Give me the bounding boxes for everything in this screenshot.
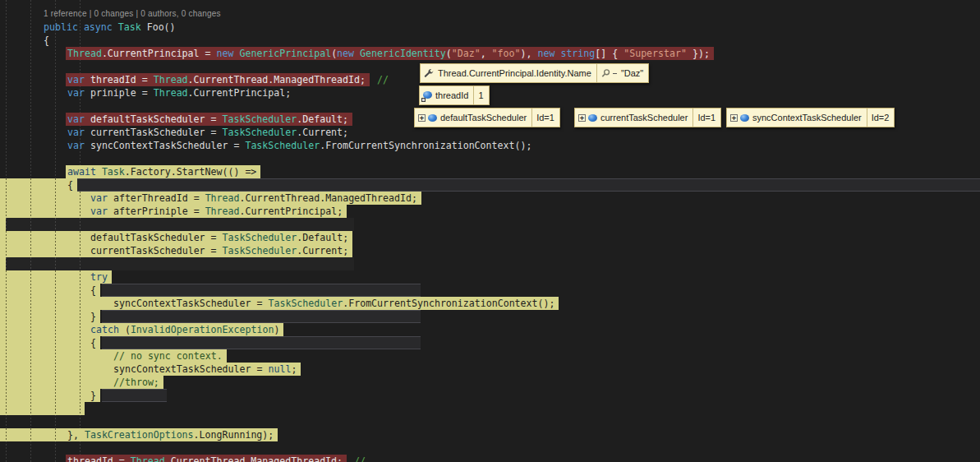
code-line[interactable]: var syncContextTaskScheduler = TaskSched… (0, 139, 980, 152)
code-text[interactable]: threadId = Thread.CurrentThread.ManagedT… (66, 455, 347, 462)
code-line[interactable]: }, TaskCreationOptions.LongRunning); (0, 428, 980, 441)
code-text[interactable]: var afterPriniple = Thread.CurrentPrinci… (89, 205, 347, 218)
highlight-margin-bar (0, 178, 66, 192)
code-line[interactable] (0, 415, 980, 428)
datatip-defaulttaskscheduler[interactable]: + defaultTaskScheduler Id=1 (414, 108, 560, 127)
code-line[interactable]: var currentTaskScheduler = TaskScheduler… (0, 126, 980, 139)
code-line[interactable] (0, 441, 980, 455)
highlight-margin-bar (0, 192, 89, 205)
code-text[interactable]: { (89, 284, 100, 297)
code-line[interactable]: { (0, 178, 980, 192)
datatip-label: threadId (435, 90, 468, 100)
code-text[interactable]: catch (InvalidOperationException) (89, 323, 283, 336)
code-line[interactable]: { (0, 336, 980, 349)
code-text[interactable]: var currentTaskScheduler = TaskScheduler… (66, 126, 352, 139)
highlight-margin-bar (0, 402, 85, 415)
expander-icon[interactable]: + (578, 114, 586, 122)
code-text[interactable]: var priniple = Thread.CurrentPrincipal; (66, 86, 295, 99)
code-text[interactable]: { (42, 34, 53, 47)
line-band (102, 284, 421, 297)
expander-icon[interactable]: + (418, 114, 426, 122)
code-text[interactable]: defaultTaskScheduler = TaskScheduler.Def… (89, 231, 352, 244)
code-line[interactable]: syncContextTaskScheduler = TaskScheduler… (0, 297, 980, 310)
code-text[interactable]: var threadId = Thread.CurrentThread.Mana… (66, 73, 370, 86)
code-text[interactable]: await Task.Factory.StartNew(() => (66, 165, 260, 178)
highlight-margin-bar (0, 376, 112, 389)
highlight-margin-bar (0, 231, 89, 244)
code-line[interactable] (0, 152, 980, 165)
datatip-separator (596, 64, 597, 82)
code-text[interactable]: // (347, 455, 366, 462)
code-line[interactable]: await Task.Factory.StartNew(() => (0, 165, 980, 178)
highlight-margin-bar (0, 218, 6, 231)
code-text[interactable]: //throw; (112, 376, 163, 389)
highlight-margin-bar (0, 270, 89, 284)
code-text[interactable]: }, TaskCreationOptions.LongRunning); (66, 428, 278, 441)
code-line[interactable] (0, 257, 980, 270)
datatip-currenttaskscheduler[interactable]: + currentTaskScheduler Id=1 (574, 108, 721, 127)
code-line[interactable]: Thread.CurrentPrincipal = new GenericPri… (0, 47, 980, 60)
line-band (102, 336, 421, 349)
datatip-threadid[interactable]: threadId 1 (419, 85, 490, 105)
highlight-margin-bar (0, 297, 112, 310)
code-line[interactable]: threadId = Thread.CurrentThread.ManagedT… (0, 455, 980, 462)
code-text[interactable]: { (66, 178, 77, 192)
datatip-label: syncContextTaskScheduler (752, 113, 862, 122)
highlight-margin-bar (0, 363, 112, 376)
code-text[interactable]: syncContextTaskScheduler = null; (112, 363, 301, 376)
highlight-margin-bar (0, 428, 66, 441)
datatip-value: "Daz" (621, 68, 643, 78)
code-text[interactable]: // (370, 73, 389, 86)
code-line[interactable]: var afterThreadId = Thread.CurrentThread… (0, 192, 980, 205)
datatip-expression[interactable]: Thread.CurrentPrincipal.Identity.Name "D… (420, 63, 649, 83)
code-text[interactable]: } (89, 310, 100, 323)
code-line[interactable]: public async Task Foo() (0, 21, 980, 34)
highlight-margin-bar (0, 323, 89, 336)
code-editor[interactable]: 1 reference | 0 changes | 0 authors, 0 c… (0, 0, 980, 462)
code-line[interactable]: } (0, 389, 980, 402)
datatip-label: currentTaskScheduler (600, 113, 688, 122)
code-text[interactable]: var defaultTaskScheduler = TaskScheduler… (66, 113, 352, 126)
code-text[interactable]: // no sync context. (112, 349, 227, 363)
code-line[interactable] (0, 402, 980, 415)
dropdown-caret-icon[interactable] (613, 73, 617, 74)
code-line[interactable]: var afterPriniple = Thread.CurrentPrinci… (0, 205, 980, 218)
line-band (102, 310, 421, 323)
code-line[interactable]: var priniple = Thread.CurrentPrincipal; (0, 86, 980, 99)
datatip-separator (531, 109, 532, 127)
code-text[interactable]: public async Task Foo() (42, 21, 180, 34)
datatip-separator (867, 109, 867, 127)
code-line[interactable]: } (0, 310, 980, 323)
magnifier-icon[interactable] (600, 68, 611, 79)
code-line[interactable]: currentTaskScheduler = TaskScheduler.Cur… (0, 244, 980, 257)
datatip-separator (473, 86, 474, 104)
highlight-margin-bar (0, 310, 89, 323)
code-line[interactable]: { (0, 34, 980, 47)
expander-icon[interactable]: + (730, 114, 738, 122)
code-line[interactable]: //throw; (0, 376, 980, 389)
code-line[interactable]: try (0, 270, 980, 284)
code-text[interactable]: try (89, 270, 112, 284)
code-text[interactable]: var afterThreadId = Thread.CurrentThread… (89, 192, 421, 205)
wrench-icon (424, 68, 435, 79)
code-line[interactable] (0, 218, 980, 231)
line-band (102, 389, 167, 402)
datatip-label: defaultTaskScheduler (440, 113, 527, 122)
datatip-value: Id=2 (872, 113, 890, 122)
code-text[interactable]: } (89, 389, 100, 402)
code-text[interactable]: syncContextTaskScheduler = TaskScheduler… (112, 297, 559, 310)
lock-icon (421, 98, 426, 102)
code-line[interactable]: defaultTaskScheduler = TaskScheduler.Def… (0, 231, 980, 244)
code-line[interactable]: syncContextTaskScheduler = null; (0, 363, 980, 376)
code-text[interactable]: var syncContextTaskScheduler = TaskSched… (66, 139, 536, 152)
code-line[interactable]: // no sync context. (0, 349, 980, 363)
code-line[interactable]: catch (InvalidOperationException) (0, 323, 980, 336)
code-line[interactable]: 1 reference | 0 changes | 0 authors, 0 c… (0, 7, 980, 21)
codelens-info[interactable]: 1 reference | 0 changes | 0 authors, 0 c… (44, 9, 221, 18)
datatip-synccontexttaskscheduler[interactable]: + syncContextTaskScheduler Id=2 (726, 108, 895, 127)
code-text[interactable]: currentTaskScheduler = TaskScheduler.Cur… (89, 244, 352, 257)
code-text[interactable]: { (89, 336, 100, 349)
highlight-margin-bar (0, 284, 89, 297)
code-line[interactable]: { (0, 284, 980, 297)
code-text[interactable]: Thread.CurrentPrincipal = new GenericPri… (66, 47, 714, 60)
